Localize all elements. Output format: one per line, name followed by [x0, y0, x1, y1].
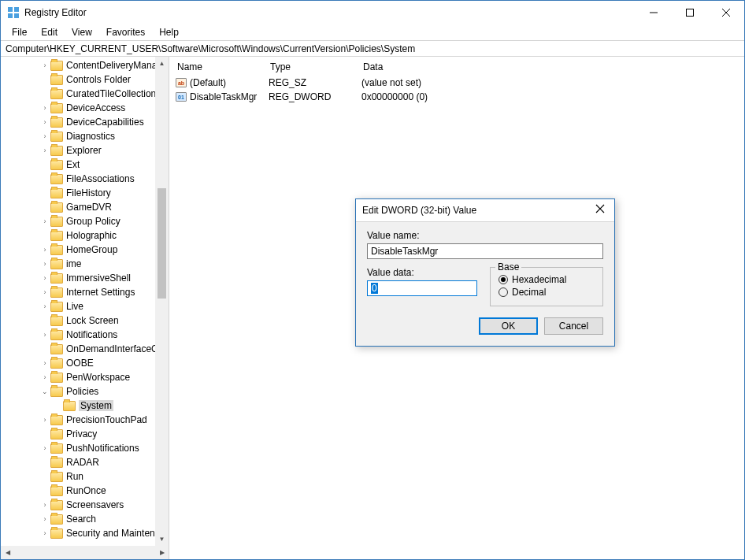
- tree-view: ›ContentDeliveryManag›Controls Folder›Cu…: [1, 57, 169, 559]
- radio-hexadecimal[interactable]: Hexadecimal: [499, 274, 595, 285]
- tree-item[interactable]: ›FileAssociations: [1, 172, 169, 186]
- menu-edit[interactable]: Edit: [35, 25, 64, 39]
- chevron-right-icon[interactable]: ›: [40, 103, 50, 113]
- tree-item[interactable]: ›FileHistory: [1, 186, 169, 200]
- tree-item[interactable]: ›Lock Screen: [1, 313, 169, 328]
- tree-item[interactable]: ›Diagnostics: [1, 129, 169, 143]
- scroll-thumb-vertical[interactable]: [158, 188, 166, 299]
- chevron-right-icon[interactable]: ›: [40, 500, 50, 510]
- tree-item[interactable]: ›PushNotifications: [1, 441, 169, 455]
- tree-item[interactable]: ›ime: [1, 257, 169, 271]
- col-data[interactable]: Data: [357, 61, 743, 72]
- menu-file[interactable]: File: [6, 25, 33, 39]
- col-name[interactable]: Name: [171, 61, 264, 72]
- tree-item[interactable]: ›Security and Maintenan: [1, 526, 169, 540]
- tree-item[interactable]: ›HomeGroup: [1, 243, 169, 257]
- tree-item[interactable]: ›Ext: [1, 158, 169, 172]
- col-type[interactable]: Type: [264, 61, 357, 72]
- tree-inner[interactable]: ›ContentDeliveryManag›Controls Folder›Cu…: [1, 57, 169, 546]
- value-data-label: Value data:: [367, 267, 477, 278]
- value-name-field[interactable]: DisableTaskMgr: [367, 243, 603, 259]
- tree-scrollbar-horizontal[interactable]: ◀ ▶: [1, 546, 169, 559]
- tree-item[interactable]: ›Privacy: [1, 427, 169, 441]
- chevron-right-icon[interactable]: ›: [40, 330, 50, 339]
- tree-item[interactable]: ›RunOnce: [1, 484, 169, 498]
- tree-item[interactable]: ›Search: [1, 512, 169, 526]
- address-bar[interactable]: Computer\HKEY_CURRENT_USER\Software\Micr…: [1, 40, 744, 57]
- scroll-right-arrow-icon[interactable]: ▶: [155, 546, 169, 559]
- tree-item[interactable]: ›Live: [1, 299, 169, 313]
- dialog-title-bar[interactable]: Edit DWORD (32-bit) Value: [356, 199, 614, 222]
- tree-item[interactable]: ›OnDemandInterfaceCa: [1, 342, 169, 356]
- chevron-right-icon[interactable]: ›: [40, 443, 50, 453]
- value-data-field[interactable]: 0: [367, 280, 477, 296]
- folder-icon: [50, 472, 63, 482]
- value-type: REG_SZ: [264, 77, 357, 88]
- tree-item[interactable]: ⌄Policies: [1, 384, 169, 399]
- tree-item[interactable]: ›PrecisionTouchPad: [1, 413, 169, 427]
- tree-item[interactable]: ›RADAR: [1, 455, 169, 469]
- tree-item[interactable]: ›Holographic: [1, 228, 169, 243]
- chevron-right-icon[interactable]: ›: [40, 132, 50, 141]
- tree-item[interactable]: ›OOBE: [1, 356, 169, 370]
- tree-item[interactable]: ›DeviceAccess: [1, 101, 169, 115]
- maximize-button[interactable]: [672, 1, 708, 24]
- scroll-down-arrow-icon[interactable]: ▼: [155, 532, 169, 546]
- tree-item[interactable]: ›DeviceCapabilities: [1, 115, 169, 129]
- chevron-right-icon[interactable]: ›: [40, 117, 50, 127]
- chevron-right-icon[interactable]: ›: [40, 259, 50, 269]
- menu-view[interactable]: View: [65, 25, 98, 39]
- tree-item[interactable]: ›ContentDeliveryManag: [1, 58, 169, 72]
- tree-scrollbar-vertical[interactable]: ▲ ▼: [155, 57, 169, 546]
- scroll-up-arrow-icon[interactable]: ▲: [155, 57, 169, 70]
- chevron-right-icon[interactable]: ›: [40, 302, 50, 311]
- tree-item[interactable]: ›ImmersiveShell: [1, 271, 169, 285]
- list-row[interactable]: 01DisableTaskMgrREG_DWORD0x00000000 (0): [171, 90, 743, 104]
- chevron-right-icon[interactable]: ›: [40, 273, 50, 283]
- chevron-right-icon[interactable]: ›: [40, 245, 50, 254]
- chevron-right-icon[interactable]: ›: [40, 514, 50, 524]
- folder-icon: [50, 75, 63, 85]
- tree-item[interactable]: ›Run: [1, 469, 169, 484]
- close-button[interactable]: [708, 1, 744, 24]
- string-value-icon: ab: [176, 78, 187, 87]
- tree-item[interactable]: ›Screensavers: [1, 498, 169, 512]
- chevron-right-icon[interactable]: ›: [40, 217, 50, 226]
- chevron-right-icon[interactable]: ›: [40, 61, 50, 70]
- chevron-right-icon[interactable]: ›: [40, 415, 50, 425]
- tree-item-label: DeviceAccess: [66, 102, 125, 113]
- tree-item[interactable]: ›Controls Folder: [1, 72, 169, 87]
- tree-item[interactable]: ›Internet Settings: [1, 285, 169, 299]
- chevron-right-icon[interactable]: ›: [40, 528, 50, 538]
- tree-item-label: Internet Settings: [66, 287, 135, 298]
- tree-item[interactable]: ›CuratedTileCollections: [1, 87, 169, 101]
- chevron-right-icon[interactable]: ›: [40, 287, 50, 297]
- dialog-close-button[interactable]: [595, 204, 608, 217]
- minimize-button[interactable]: [636, 1, 672, 24]
- tree-item-label: CuratedTileCollections: [66, 88, 161, 99]
- chevron-right-icon[interactable]: ›: [40, 358, 50, 368]
- tree-item[interactable]: ›GameDVR: [1, 200, 169, 214]
- chevron-right-icon[interactable]: ›: [40, 373, 50, 382]
- tree-item[interactable]: ›Group Policy: [1, 214, 169, 228]
- tree-item-label: Notifications: [66, 329, 117, 340]
- tree-item[interactable]: ›System: [1, 399, 169, 413]
- scroll-left-arrow-icon[interactable]: ◀: [1, 546, 14, 559]
- chevron-right-icon[interactable]: ›: [40, 146, 50, 155]
- folder-icon: [50, 500, 63, 510]
- ok-button[interactable]: OK: [479, 317, 538, 335]
- window-title: Registry Editor: [24, 7, 636, 18]
- folder-icon: [50, 429, 63, 439]
- menu-favorites[interactable]: Favorites: [100, 25, 151, 39]
- list-row[interactable]: ab(Default)REG_SZ(value not set): [171, 76, 743, 90]
- cancel-button[interactable]: Cancel: [544, 317, 603, 335]
- tree-item[interactable]: ›Notifications: [1, 328, 169, 342]
- tree-item[interactable]: ›Explorer: [1, 143, 169, 158]
- radio-decimal[interactable]: Decimal: [499, 287, 595, 298]
- chevron-down-icon[interactable]: ⌄: [40, 387, 50, 396]
- dialog-buttons: OK Cancel: [367, 317, 603, 335]
- folder-icon: [63, 401, 76, 411]
- menu-help[interactable]: Help: [153, 25, 185, 39]
- tree-item[interactable]: ›PenWorkspace: [1, 370, 169, 384]
- tree-item-label: Controls Folder: [66, 74, 131, 85]
